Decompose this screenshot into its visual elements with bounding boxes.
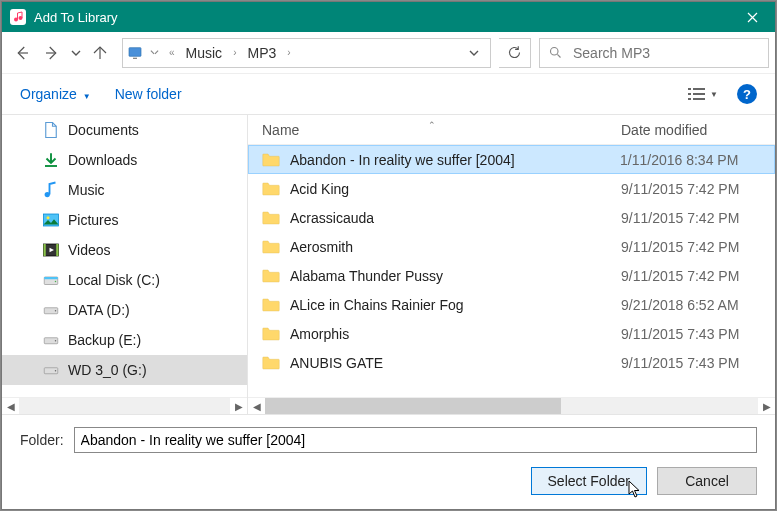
vid-icon bbox=[42, 241, 60, 259]
file-name: Acid King bbox=[290, 181, 615, 197]
file-date: 9/11/2015 7:43 PM bbox=[615, 326, 775, 342]
breadcrumb-mp3[interactable]: MP3 bbox=[243, 43, 280, 63]
file-row[interactable]: ANUBIS GATE9/11/2015 7:43 PM bbox=[248, 348, 775, 377]
organize-menu[interactable]: Organize ▼ bbox=[20, 86, 91, 102]
tree-item-documents[interactable]: Documents bbox=[2, 115, 247, 145]
tree-item-disk_d[interactable]: DATA (D:) bbox=[2, 295, 247, 325]
svg-point-25 bbox=[55, 370, 57, 372]
svg-point-21 bbox=[55, 310, 57, 312]
tree-scrollbar[interactable]: ◀▶ bbox=[2, 397, 247, 414]
chevron-icon[interactable]: « bbox=[166, 47, 178, 58]
tree-item-label: Pictures bbox=[68, 212, 119, 228]
tree-item-disk_g[interactable]: WD 3_0 (G:) bbox=[2, 355, 247, 385]
tree-item-disk_c[interactable]: Local Disk (C:) bbox=[2, 265, 247, 295]
tree-item-label: Downloads bbox=[68, 152, 137, 168]
search-input[interactable] bbox=[571, 44, 760, 62]
back-button[interactable] bbox=[8, 39, 36, 67]
file-row[interactable]: Aerosmith9/11/2015 7:42 PM bbox=[248, 232, 775, 261]
folder-icon bbox=[262, 182, 290, 196]
file-row[interactable]: Alabama Thunder Pussy9/11/2015 7:42 PM bbox=[248, 261, 775, 290]
app-icon bbox=[10, 9, 26, 25]
tree-item-label: Local Disk (C:) bbox=[68, 272, 160, 288]
file-row[interactable]: Acrassicauda9/11/2015 7:42 PM bbox=[248, 203, 775, 232]
folder-label: Folder: bbox=[20, 432, 64, 448]
chevron-right-icon[interactable]: › bbox=[230, 47, 239, 58]
search-box[interactable] bbox=[539, 38, 769, 68]
folder-icon bbox=[262, 269, 290, 283]
cancel-button[interactable]: Cancel bbox=[657, 467, 757, 495]
tree-item-label: Music bbox=[68, 182, 105, 198]
file-row[interactable]: Amorphis9/11/2015 7:43 PM bbox=[248, 319, 775, 348]
tree-item-disk_e[interactable]: Backup (E:) bbox=[2, 325, 247, 355]
drive-icon bbox=[42, 331, 60, 349]
svg-rect-2 bbox=[129, 47, 141, 56]
chevron-icon[interactable] bbox=[147, 48, 162, 57]
folder-icon bbox=[262, 298, 290, 312]
list-scrollbar[interactable]: ◀▶ bbox=[248, 397, 775, 414]
chevron-right-icon[interactable]: › bbox=[284, 47, 293, 58]
svg-rect-10 bbox=[693, 98, 705, 100]
tree-item-label: Backup (E:) bbox=[68, 332, 141, 348]
refresh-button[interactable] bbox=[499, 38, 531, 68]
up-button[interactable] bbox=[86, 39, 114, 67]
svg-point-4 bbox=[551, 48, 559, 56]
folder-icon bbox=[262, 356, 290, 370]
dialog-window: Add To Library « Music › MP3 bbox=[1, 1, 776, 510]
file-date: 9/11/2015 7:42 PM bbox=[615, 239, 775, 255]
file-name: Amorphis bbox=[290, 326, 615, 342]
svg-rect-5 bbox=[688, 88, 691, 90]
file-name: Abandon - In reality we suffer [2004] bbox=[290, 152, 614, 168]
drive-icon bbox=[42, 361, 60, 379]
svg-rect-6 bbox=[693, 88, 705, 90]
pc-icon bbox=[127, 45, 143, 61]
svg-point-13 bbox=[47, 216, 50, 219]
tree-item-videos[interactable]: Videos bbox=[2, 235, 247, 265]
forward-button[interactable] bbox=[38, 39, 66, 67]
column-name[interactable]: ⌃ Name bbox=[248, 122, 615, 138]
file-row[interactable]: ALice in Chains Rainier Fog9/21/2018 6:5… bbox=[248, 290, 775, 319]
select-folder-button[interactable]: Select Folder bbox=[531, 467, 647, 495]
drive-icon bbox=[42, 301, 60, 319]
folder-icon bbox=[262, 240, 290, 254]
svg-rect-7 bbox=[688, 93, 691, 95]
breadcrumb-music[interactable]: Music bbox=[182, 43, 227, 63]
sort-asc-icon: ⌃ bbox=[428, 120, 436, 130]
svg-rect-9 bbox=[688, 98, 691, 100]
file-date: 9/11/2015 7:43 PM bbox=[615, 355, 775, 371]
nav-tree: DocumentsDownloadsMusicPicturesVideosLoc… bbox=[2, 115, 247, 414]
toolbar: Organize ▼ New folder ▼ ? bbox=[2, 74, 775, 114]
column-date[interactable]: Date modified bbox=[615, 122, 775, 138]
address-dropdown[interactable] bbox=[462, 48, 486, 58]
file-date: 9/11/2015 7:42 PM bbox=[615, 181, 775, 197]
folder-input[interactable] bbox=[74, 427, 757, 453]
close-button[interactable] bbox=[730, 2, 775, 32]
folder-icon bbox=[262, 327, 290, 341]
svg-rect-18 bbox=[44, 277, 58, 279]
help-button[interactable]: ? bbox=[737, 84, 757, 104]
address-bar[interactable]: « Music › MP3 › bbox=[122, 38, 491, 68]
file-row[interactable]: Acid King9/11/2015 7:42 PM bbox=[248, 174, 775, 203]
svg-rect-15 bbox=[44, 244, 46, 256]
svg-point-19 bbox=[55, 281, 57, 283]
tree-item-music[interactable]: Music bbox=[2, 175, 247, 205]
tree-item-label: Videos bbox=[68, 242, 111, 258]
pic-icon bbox=[42, 211, 60, 229]
folder-icon bbox=[262, 211, 290, 225]
tree-item-label: WD 3_0 (G:) bbox=[68, 362, 147, 378]
file-name: Alabama Thunder Pussy bbox=[290, 268, 615, 284]
history-dropdown[interactable] bbox=[68, 39, 84, 67]
folder-row: Folder: bbox=[20, 427, 757, 453]
tree-item-downloads[interactable]: Downloads bbox=[2, 145, 247, 175]
svg-point-23 bbox=[55, 340, 57, 342]
view-mode-button[interactable]: ▼ bbox=[683, 84, 723, 104]
tree-item-pictures[interactable]: Pictures bbox=[2, 205, 247, 235]
file-name: ANUBIS GATE bbox=[290, 355, 615, 371]
svg-rect-3 bbox=[133, 57, 137, 58]
tree-item-label: Documents bbox=[68, 122, 139, 138]
file-row[interactable]: Abandon - In reality we suffer [2004]1/1… bbox=[248, 145, 775, 174]
title-bar: Add To Library bbox=[2, 2, 775, 32]
tree-item-label: DATA (D:) bbox=[68, 302, 130, 318]
svg-rect-8 bbox=[693, 93, 705, 95]
new-folder-button[interactable]: New folder bbox=[115, 86, 182, 102]
file-date: 9/11/2015 7:42 PM bbox=[615, 268, 775, 284]
